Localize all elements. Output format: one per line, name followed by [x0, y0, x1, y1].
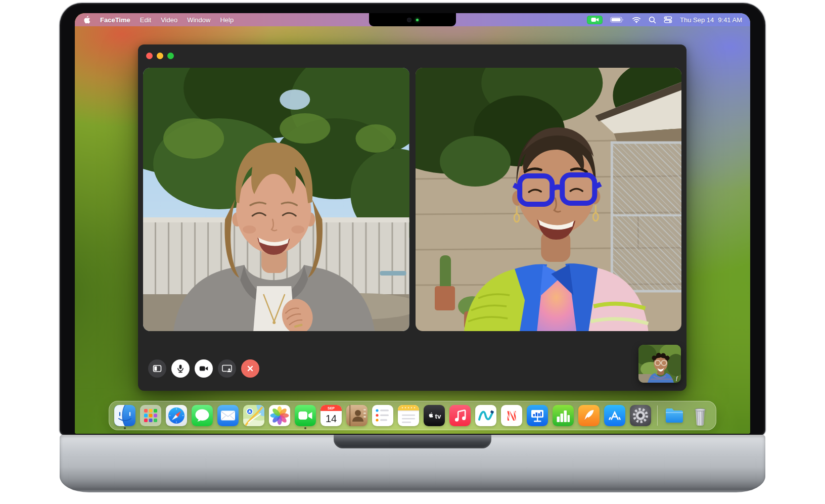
laptop-lid: FaceTimeEditVideoWindowHelp [60, 3, 765, 436]
spotlight-search-icon[interactable] [649, 16, 656, 24]
menu-bar-clock[interactable]: Thu Sep 14 9:41 AM [680, 16, 742, 24]
mirror-toggle-icon[interactable]: ƒ [675, 375, 678, 382]
dock-reminders-icon[interactable] [372, 405, 393, 426]
dock-maps-icon[interactable] [243, 405, 264, 426]
dock-messages-icon[interactable] [192, 405, 213, 426]
menu-bar-status: Thu Sep 14 9:41 AM [587, 16, 742, 24]
menu-video[interactable]: Video [161, 16, 177, 24]
svg-text:N: N [507, 408, 517, 424]
participant-video-right [416, 68, 682, 331]
dock-appstore-icon[interactable] [604, 405, 625, 426]
control-center-icon[interactable] [664, 16, 672, 24]
sidebar-icon [152, 363, 162, 374]
dock-launchpad-icon[interactable] [140, 405, 161, 426]
dock-news-icon[interactable]: N [501, 405, 522, 426]
facetime-window: ƒ [138, 44, 686, 391]
display-notch [369, 13, 456, 26]
video-grid [143, 68, 681, 331]
dock-appletv-icon[interactable]: tv [424, 405, 445, 426]
dock-keynote-icon[interactable] [527, 405, 548, 426]
dock-trash-icon[interactable] [690, 405, 711, 426]
menu-bar-date: Thu Sep 14 [680, 16, 714, 24]
dock-settings-icon[interactable] [630, 405, 651, 426]
self-view-thumbnail[interactable]: ƒ [638, 345, 681, 383]
microphone-icon [175, 363, 186, 374]
close-window-button[interactable] [146, 53, 153, 59]
screen-share-icon [221, 363, 233, 374]
menu-bar-time: 9:41 AM [718, 16, 742, 24]
dock-finder-icon[interactable] [114, 405, 135, 426]
wifi-icon[interactable] [632, 16, 641, 23]
battery-icon[interactable] [610, 16, 624, 23]
menu-facetime[interactable]: FaceTime [100, 16, 130, 24]
dock-numbers-icon[interactable] [553, 405, 574, 426]
svg-text:14: 14 [326, 413, 337, 424]
dock-music-icon[interactable] [449, 405, 471, 426]
dock-safari-icon[interactable] [166, 405, 187, 426]
share-screen-button[interactable] [218, 359, 236, 378]
call-controls [148, 359, 259, 378]
dock-contacts-icon[interactable] [346, 405, 368, 426]
dock-photos-icon[interactable] [269, 405, 290, 426]
dock-divider [657, 405, 658, 426]
chain-link-gate [612, 143, 681, 291]
lid-opening-notch [334, 435, 491, 448]
dock-pages-icon[interactable] [578, 405, 600, 426]
svg-text:tv: tv [435, 413, 441, 420]
sidebar-toggle-button[interactable] [148, 359, 166, 378]
menu-window[interactable]: Window [187, 16, 210, 24]
menu-items: FaceTimeEditVideoWindowHelp [100, 16, 234, 24]
camera-active-led [416, 19, 419, 21]
dock-freeform-icon[interactable] [475, 405, 496, 426]
facetime-camera-lens [407, 18, 411, 22]
window-controls [146, 53, 174, 59]
menu-help[interactable]: Help [220, 16, 234, 24]
dock: SEP14tvN [109, 401, 716, 430]
laptop-base [60, 435, 765, 492]
camera-button[interactable] [195, 359, 213, 378]
video-camera-icon [199, 363, 209, 374]
menu-edit[interactable]: Edit [140, 16, 151, 24]
apple-menu-icon[interactable] [83, 15, 90, 24]
end-call-x-icon [246, 364, 255, 373]
dock-downloads-folder-icon[interactable] [664, 405, 685, 426]
dock-mail-icon[interactable] [217, 405, 239, 426]
dock-calendar-icon[interactable]: SEP14 [320, 405, 342, 426]
svg-text:SEP: SEP [328, 406, 335, 410]
zoom-window-button[interactable] [167, 53, 174, 59]
end-call-button[interactable] [241, 359, 259, 378]
laptop-screen: FaceTimeEditVideoWindowHelp [75, 13, 750, 434]
minimize-window-button[interactable] [157, 53, 163, 59]
mute-button[interactable] [171, 359, 190, 378]
dock-notes-icon[interactable] [398, 405, 419, 426]
participant-video-left [143, 68, 409, 331]
dock-facetime-icon[interactable] [295, 405, 316, 426]
camera-in-use-indicator[interactable] [587, 16, 603, 24]
